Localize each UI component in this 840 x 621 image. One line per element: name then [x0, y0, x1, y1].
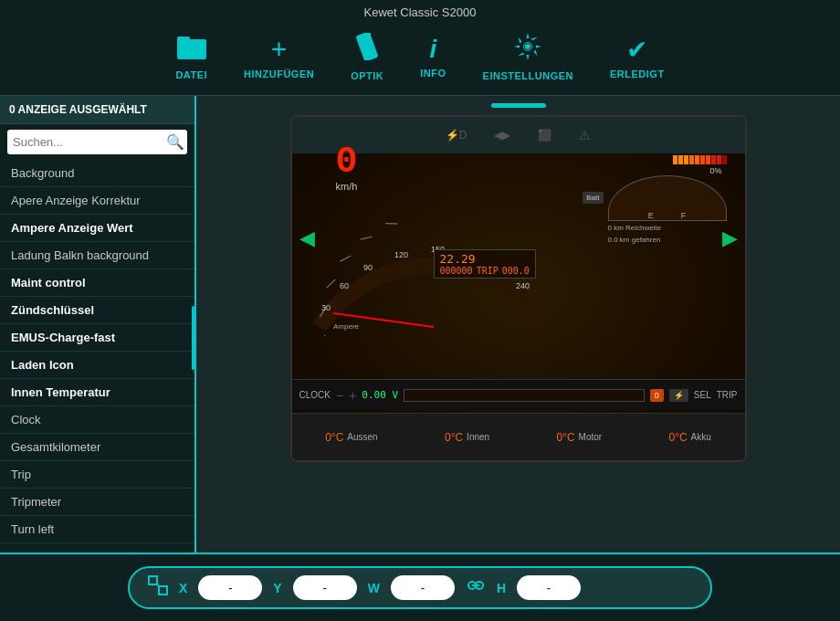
trip-display: 22.29 000000 TRIP 000.0	[434, 249, 536, 279]
charge-bar	[706, 155, 710, 164]
toolbar-hinzufuegen[interactable]: + HINZUFÜGEN	[244, 34, 314, 79]
km-gefahren-val: 0.0	[608, 236, 618, 244]
sidebar-item-ladung-bg[interactable]: Ladung Balkn background	[0, 242, 194, 269]
fuel-percent: 0%	[608, 166, 722, 175]
charge-bar	[689, 155, 694, 164]
scroll-indicator	[192, 306, 194, 370]
ctrl-plus-btn[interactable]: +	[349, 388, 356, 403]
einstellungen-label: EINSTELLUNGEN	[483, 70, 573, 81]
optik-label: OPTIK	[351, 70, 383, 81]
trip-row2: 000000 TRIP 000.0	[440, 266, 530, 276]
sidebar-header: 0 ANZEIGE AUSGEWÄHLT	[0, 96, 194, 124]
sidebar-item-trip[interactable]: Trip	[0, 461, 194, 489]
folder-icon	[177, 34, 206, 66]
charge-bars	[673, 155, 727, 164]
wrench-icon	[354, 33, 380, 67]
trip-value4: 000.0	[502, 266, 530, 276]
temp-innen-label: Innen	[467, 432, 489, 442]
svg-line-16	[385, 219, 397, 229]
km-gefahren-label: km gefahren	[620, 236, 660, 244]
charge-bar	[678, 155, 683, 164]
svg-rect-28	[159, 586, 167, 595]
charge-bar	[673, 155, 677, 164]
sidebar-item-turn-left[interactable]: Turn left	[0, 516, 194, 543]
search-box[interactable]: 🔍	[7, 130, 187, 154]
svg-text:30: 30	[321, 303, 331, 312]
ctrl-volt-val: 0.00 V	[362, 389, 398, 401]
sidebar-item-zuendschluessel[interactable]: Zündschlüssel	[0, 297, 194, 324]
resize-icon	[148, 575, 168, 600]
temp-aussen: 0°C Aussen	[325, 431, 378, 444]
fuel-ef-labels: E F	[648, 211, 687, 220]
search-icon[interactable]: 🔍	[166, 133, 184, 151]
charge-bar	[700, 155, 705, 164]
status-icon-2: ◀▶	[494, 129, 510, 142]
sidebar-item-emus[interactable]: EMUS-Charge-fast	[0, 324, 194, 352]
svg-text:Ampere: Ampere	[333, 322, 360, 331]
datei-label: DATEI	[175, 69, 207, 80]
warning-icon: ⚠	[579, 128, 591, 142]
temp-aussen-val: 0°C	[325, 431, 343, 444]
batt-button[interactable]: Batt	[583, 192, 603, 204]
svg-line-29	[157, 584, 159, 586]
svg-rect-27	[149, 576, 157, 584]
svg-line-15	[360, 233, 372, 244]
temp-innen: 0°C Innen	[445, 431, 489, 444]
sidebar-item-maint[interactable]: Maint control	[0, 269, 194, 297]
sidebar-list: Background Apere Anzeige Korrektur Amper…	[0, 160, 194, 553]
charge-bar	[717, 155, 721, 164]
sidebar-item-tripmeter[interactable]: Tripmeter	[0, 489, 194, 516]
x-label: X	[179, 581, 187, 595]
info-icon: i	[430, 35, 437, 64]
temp-akku-val: 0°C	[668, 431, 687, 444]
link-icon	[466, 575, 486, 600]
fuel-range-info: 0 km Reichweite 0.0 km gefahren	[608, 223, 727, 247]
toolbar-datei[interactable]: DATEI	[175, 34, 207, 80]
h-input[interactable]	[517, 575, 581, 600]
sidebar-item-laden-icon[interactable]: Laden Icon	[0, 352, 194, 379]
sidebar-item-background[interactable]: Background	[0, 160, 194, 187]
fuel-gauge: 0% E F 0 km Reichweite 0.0	[608, 166, 727, 247]
top-bar: Kewet Classic S2000 DATEI + HINZUFÜGEN O	[0, 0, 840, 96]
ctrl-minus-btn[interactable]: −	[336, 388, 343, 403]
bottom-toolbar: X Y W H	[128, 566, 712, 609]
charge-bar	[722, 155, 727, 164]
toolbar-info[interactable]: i INFO	[420, 35, 446, 79]
sidebar-item-gesamtkilometer[interactable]: Gesamtkilometer	[0, 434, 194, 461]
svg-rect-1	[177, 37, 190, 43]
svg-line-11	[319, 335, 326, 336]
toolbar-einstellungen[interactable]: EINSTELLUNGEN	[483, 33, 573, 81]
sidebar-item-clock[interactable]: Clock	[0, 406, 194, 434]
erledigt-label: ERLEDIGT	[610, 68, 665, 79]
check-icon: ✔	[626, 35, 647, 65]
temp-motor-label: Motor	[579, 432, 603, 442]
ctrl-trip-label[interactable]: TRIP	[717, 390, 738, 400]
y-input[interactable]	[293, 575, 357, 600]
km-reichweite-label: km Reichweite	[614, 224, 661, 232]
tab-indicator	[491, 103, 546, 108]
status-icon-3: ⬛	[538, 129, 551, 142]
dashboard-area: ⚡D ◀▶ ⬛ ⚠ ◀ ▶	[196, 96, 840, 553]
ctrl-clock-label[interactable]: CLOCK	[299, 390, 331, 400]
temp-motor-val: 0°C	[556, 431, 574, 444]
sidebar-item-innen-temp[interactable]: Innen Temperatur	[0, 379, 194, 406]
sidebar: 0 ANZEIGE AUSGEWÄHLT 🔍 Background Apere …	[0, 96, 196, 553]
bottom-bar: X Y W H	[0, 553, 840, 621]
svg-text:90: 90	[363, 263, 373, 272]
w-input[interactable]	[391, 575, 455, 600]
x-input[interactable]	[198, 575, 262, 600]
h-label: H	[497, 581, 506, 595]
toolbar-optik[interactable]: OPTIK	[351, 33, 383, 81]
w-label: W	[368, 581, 380, 595]
ctrl-charge-icon: ⚡	[669, 389, 688, 402]
search-input[interactable]	[13, 135, 166, 149]
ctrl-sel-label[interactable]: SEL	[694, 390, 711, 400]
info-label: INFO	[420, 68, 446, 79]
temp-motor: 0°C Motor	[556, 431, 602, 444]
trip-label: TRIP	[477, 266, 499, 276]
fuel-e-label: E	[648, 211, 654, 220]
digital-speed-display: 0 km/h	[301, 144, 393, 192]
sidebar-item-ampere-wert[interactable]: Ampere Anzeige Wert	[0, 215, 194, 242]
toolbar-erledigt[interactable]: ✔ ERLEDIGT	[610, 35, 665, 79]
sidebar-item-apere-korrektur[interactable]: Apere Anzeige Korrektur	[0, 187, 194, 215]
